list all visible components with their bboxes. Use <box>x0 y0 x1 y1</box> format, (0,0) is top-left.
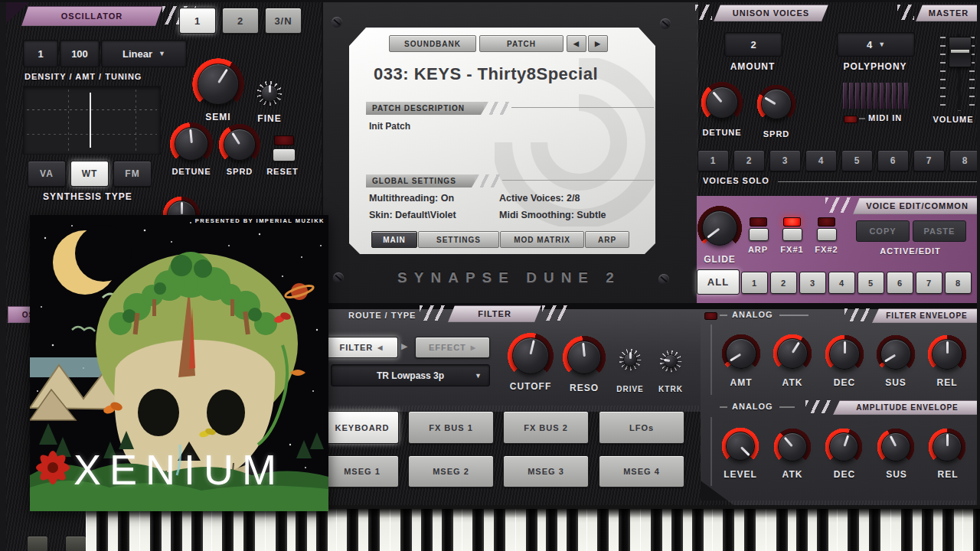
nav-mseg1-button[interactable]: MSEG 1 <box>325 455 399 487</box>
voice-edit-5[interactable]: 5 <box>858 272 884 294</box>
amp-env-rel-knob[interactable] <box>927 427 967 467</box>
voice-edit-4[interactable]: 4 <box>828 272 855 294</box>
fx1-led <box>783 217 801 227</box>
osc-detune-knob[interactable] <box>168 121 214 167</box>
filter-env-rel-knob[interactable] <box>926 334 968 375</box>
voice-edit-3[interactable]: 3 <box>799 272 826 294</box>
osc-density-value[interactable]: 100 <box>60 40 100 67</box>
fx2-toggle-button[interactable] <box>817 228 837 241</box>
voice-edit-8[interactable]: 8 <box>945 272 972 294</box>
reso-knob[interactable] <box>561 334 607 380</box>
voice-edit-all-button[interactable]: ALL <box>697 269 740 295</box>
amp-env-dec-label: DEC <box>822 469 867 480</box>
ktrk-knob[interactable] <box>659 350 682 373</box>
amplitude-envelope-header: AMPLITUDE ENVELOPE <box>833 400 980 415</box>
bottom-left-button-2[interactable] <box>65 536 87 551</box>
filter-env-dec-knob[interactable] <box>824 334 865 375</box>
voice-edit-7[interactable]: 7 <box>916 272 942 294</box>
frame-top <box>0 0 980 2</box>
route-effect-button[interactable]: EFFECT ▶ <box>415 337 490 358</box>
route-filter-button[interactable]: FILTER ◀ <box>325 337 398 358</box>
unison-amount-value[interactable]: 2 <box>724 32 782 57</box>
voice-solo-7[interactable]: 7 <box>913 150 945 171</box>
paste-button[interactable]: PASTE <box>913 220 966 242</box>
filter-env-atk-knob[interactable] <box>772 333 813 374</box>
arp-toggle-button[interactable] <box>749 228 769 241</box>
next-icon: ▶ <box>595 40 601 47</box>
voice-solo-3[interactable]: 3 <box>769 150 801 171</box>
lcd-tab-main[interactable]: MAIN <box>371 231 417 248</box>
density-graph[interactable] <box>23 86 161 155</box>
nav-fxbus1-button[interactable]: FX BUS 1 <box>408 411 494 444</box>
nav-keyboard-button[interactable]: KEYBOARD <box>325 411 399 444</box>
amp-env-dec-knob[interactable] <box>824 427 864 467</box>
reset-led <box>274 135 294 145</box>
osc-tuning-mode-dropdown[interactable]: Linear ▼ <box>101 40 187 67</box>
voice-edit-2[interactable]: 2 <box>770 272 797 294</box>
piano-keyboard[interactable] <box>86 505 980 551</box>
filter-type-caret-icon: ▼ <box>475 372 482 380</box>
voice-solo-1[interactable]: 1 <box>697 150 729 171</box>
voices-solo-label: VOICES SOLO <box>703 176 769 185</box>
voice-solo-4[interactable]: 4 <box>805 150 837 171</box>
voice-solo-8[interactable]: 8 <box>949 150 980 171</box>
nav-mseg4-button[interactable]: MSEG 4 <box>599 455 684 487</box>
filter-env-analog-led <box>704 312 717 320</box>
polyphony-dropdown[interactable]: 4 ▼ <box>837 32 915 57</box>
bottom-left-button-1[interactable] <box>27 536 48 551</box>
master-header-stripes <box>897 5 914 20</box>
copy-button[interactable]: COPY <box>856 220 910 242</box>
glide-knob[interactable] <box>696 204 743 252</box>
patch-description-text: Init Patch <box>369 121 410 132</box>
patch-prev-button[interactable]: ◀ <box>567 35 586 52</box>
synthesis-va-button[interactable]: VA <box>28 161 66 187</box>
unison-amount-label: AMOUNT <box>722 61 783 72</box>
osc-unison-voices-value[interactable]: 1 <box>23 40 58 67</box>
amp-env-sus-label: SUS <box>874 469 920 480</box>
osc-tab-1[interactable]: 1 <box>179 8 216 34</box>
voice-solo-5[interactable]: 5 <box>841 150 873 171</box>
drive-knob[interactable] <box>619 348 642 371</box>
patch-tab[interactable]: PATCH <box>479 35 564 52</box>
filter-env-sus-knob[interactable] <box>875 334 916 375</box>
fine-knob[interactable] <box>256 80 283 106</box>
voice-edit-6[interactable]: 6 <box>887 272 913 294</box>
filter-env-amt-knob[interactable] <box>720 333 762 374</box>
voice-edit-header-stripes <box>825 197 851 213</box>
nav-lfos-button[interactable]: LFOs <box>599 411 684 444</box>
osc-sprd-knob[interactable] <box>217 122 262 167</box>
osc-tab-2[interactable]: 2 <box>222 8 259 34</box>
screw-top-left <box>332 17 342 28</box>
lcd-tab-mod-matrix[interactable]: MOD MATRIX <box>500 231 584 248</box>
semi-knob[interactable] <box>191 57 246 112</box>
reset-button[interactable] <box>273 148 296 161</box>
volume-slider-handle[interactable] <box>949 37 972 67</box>
fx1-toggle-button[interactable] <box>782 228 802 241</box>
lcd-tab-settings[interactable]: SETTINGS <box>418 231 499 248</box>
voice-solo-2[interactable]: 2 <box>733 150 765 171</box>
global-settings-stripes <box>475 174 501 187</box>
patch-title[interactable]: 033: KEYS - Thirty8Special <box>374 64 598 84</box>
active-edit-label: ACTIVE/EDIT <box>864 246 957 256</box>
unison-sprd-label: SPRD <box>746 129 807 139</box>
soundbank-tab[interactable]: SOUNDBANK <box>389 35 476 52</box>
amp-env-atk-knob[interactable] <box>773 427 812 467</box>
cutoff-knob[interactable] <box>506 331 555 380</box>
voice-edit-1[interactable]: 1 <box>741 272 768 294</box>
patch-next-button[interactable]: ▶ <box>588 35 608 52</box>
nav-mseg2-button[interactable]: MSEG 2 <box>408 455 494 487</box>
voice-solo-6[interactable]: 6 <box>877 150 909 171</box>
synthesis-fm-button[interactable]: FM <box>113 161 152 187</box>
amp-env-level-knob[interactable] <box>720 426 760 466</box>
synth-ui: OSCILLATOR 1 2 3/N 1 100 Linear ▼ DENSIT… <box>0 0 980 551</box>
lcd-tab-arp[interactable]: ARP <box>585 231 629 248</box>
unison-sprd-knob[interactable] <box>756 83 797 125</box>
nav-fxbus2-button[interactable]: FX BUS 2 <box>503 411 589 444</box>
unison-detune-knob[interactable] <box>700 80 744 125</box>
nav-mseg3-button[interactable]: MSEG 3 <box>503 455 589 487</box>
amp-env-sus-knob[interactable] <box>876 427 916 467</box>
osc-tab-3n[interactable]: 3/N <box>265 8 302 34</box>
synthesis-wt-button[interactable]: WT <box>70 161 109 187</box>
filter-type-dropdown[interactable]: TR Lowpass 3p ▼ <box>331 364 490 386</box>
glide-label: GLIDE <box>693 254 746 265</box>
